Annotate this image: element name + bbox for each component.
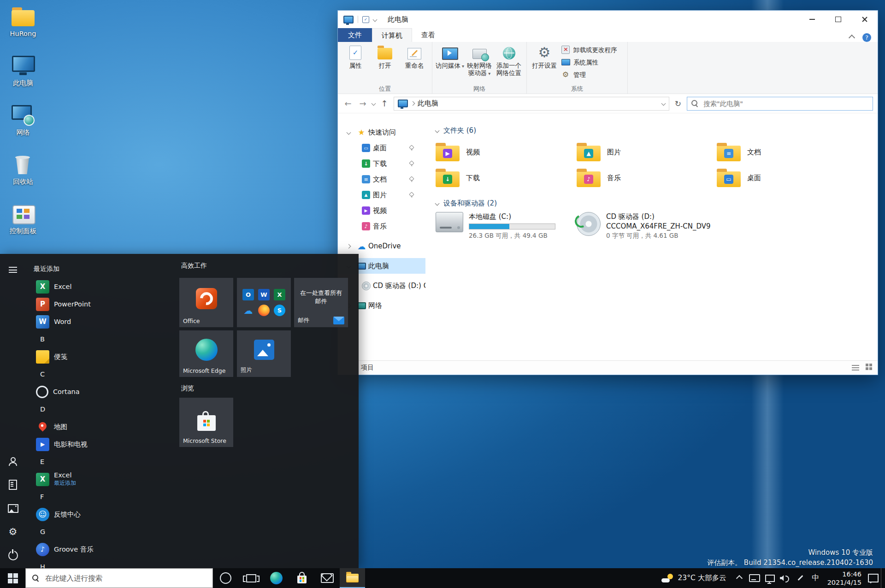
drive-c-item[interactable]: 本地磁盘 (C:) 26.3 GB 可用，共 49.4 GB — [436, 212, 577, 240]
ime-indicator[interactable]: 中 — [808, 568, 823, 588]
tile-photos[interactable]: 照片 — [237, 330, 291, 377]
ribbon-button[interactable]: 系统属性 — [559, 56, 625, 68]
start-app-item[interactable]: F — [27, 488, 178, 506]
breadcrumb-chevron-icon[interactable] — [411, 101, 415, 106]
address-dropdown-icon[interactable] — [661, 101, 666, 106]
store-taskbar-button[interactable] — [289, 568, 314, 588]
desktop-icon[interactable]: 回收站 — [2, 153, 44, 197]
title-bar[interactable]: 此电脑 — [338, 11, 878, 28]
edge-taskbar-button[interactable] — [264, 568, 289, 588]
forward-button[interactable]: → — [357, 99, 368, 108]
clock[interactable]: 16:46 2021/4/15 — [823, 570, 866, 587]
thumbnail-view-icon[interactable] — [866, 364, 868, 366]
sidebar-item[interactable]: 文档 — [338, 171, 425, 187]
folders-section-header[interactable]: 文件夹 (6) — [436, 125, 869, 135]
sidebar-item[interactable]: 音乐 — [338, 218, 425, 234]
start-app-item[interactable]: Cortana — [27, 383, 178, 400]
ribbon-button[interactable]: 添加一个网络位置 — [494, 43, 524, 83]
tile-app-group[interactable] — [237, 278, 291, 327]
tile-group-header[interactable]: 高效工作 — [181, 262, 207, 270]
desktop-icon[interactable]: 此电脑 — [2, 55, 44, 98]
folder-item[interactable]: 图片 — [577, 139, 717, 165]
desktop-icon[interactable]: HuRong — [2, 6, 44, 49]
ribbon-button[interactable]: 管理 — [559, 68, 625, 81]
collapse-section-icon[interactable] — [435, 201, 440, 206]
settings-button[interactable] — [2, 521, 24, 543]
task-view-button[interactable] — [238, 568, 264, 588]
tab-file[interactable]: 文件 — [338, 28, 372, 42]
folder-item[interactable]: 音乐 — [577, 165, 717, 191]
start-app-item[interactable]: Groove 音乐 — [27, 541, 178, 558]
cortana-button[interactable] — [213, 568, 238, 588]
explorer-search-input[interactable] — [702, 100, 868, 108]
start-button[interactable] — [0, 568, 25, 588]
sidebar-item[interactable]: 图片 — [338, 187, 425, 203]
ribbon-button[interactable]: 打开设置 — [530, 43, 559, 83]
start-app-item[interactable]: 电影和电视 — [27, 435, 178, 453]
sidebar-item[interactable]: 桌面 — [338, 140, 425, 156]
network-button[interactable] — [762, 568, 778, 588]
start-app-item[interactable]: D — [27, 400, 178, 418]
minimize-button[interactable] — [799, 11, 825, 28]
user-button[interactable] — [2, 450, 24, 472]
weather-widget[interactable]: 23°C 大部多云 — [656, 573, 732, 583]
start-app-item[interactable]: Excel 最近添加 — [27, 470, 178, 488]
tile-group-header[interactable]: 浏览 — [181, 384, 194, 393]
tile-edge[interactable]: Microsoft Edge — [179, 330, 233, 377]
sidebar-item-quick-access[interactable]: 快速访问 — [338, 124, 425, 140]
explorer-search-box[interactable] — [687, 97, 873, 111]
ribbon-button[interactable]: 重命名 — [400, 43, 429, 83]
tab-view[interactable]: 查看 — [412, 28, 444, 42]
desktop-icon[interactable]: 网络 — [2, 104, 44, 147]
qat-properties-icon[interactable] — [362, 16, 369, 23]
tab-computer[interactable]: 计算机 — [372, 28, 412, 42]
tile-mail[interactable]: 在一处查看所有邮件 邮件 — [294, 278, 348, 327]
recent-locations-icon[interactable] — [372, 101, 376, 106]
sidebar-item[interactable]: 视频 — [338, 203, 425, 218]
folder-item[interactable]: 文档 — [717, 139, 869, 165]
ribbon-button[interactable]: 映射网络驱动器 — [465, 43, 494, 83]
action-center-button[interactable] — [866, 568, 881, 588]
collapse-section-icon[interactable] — [435, 128, 440, 133]
help-icon[interactable]: ? — [862, 33, 871, 42]
hidden-icons-button[interactable] — [732, 568, 747, 588]
start-app-item[interactable]: H — [27, 558, 178, 568]
start-app-item[interactable]: 地图 — [27, 418, 178, 435]
breadcrumb[interactable]: 此电脑 — [418, 99, 438, 108]
mail-taskbar-button[interactable] — [314, 568, 340, 588]
start-app-item[interactable]: G — [27, 523, 178, 541]
up-button[interactable]: ↑ — [379, 99, 390, 108]
refresh-icon[interactable]: ↻ — [673, 99, 683, 108]
volume-button[interactable] — [778, 568, 793, 588]
start-app-item[interactable]: PowerPoint — [27, 295, 178, 313]
ribbon-button[interactable]: 属性 — [341, 43, 370, 83]
drive-d-item[interactable]: CD 驱动器 (D:) CCCOMA_X64FRE_ZH-CN_DV9 0 字节… — [577, 212, 869, 240]
pictures-button[interactable] — [2, 497, 24, 519]
ribbon-button[interactable]: 访问媒体 — [435, 43, 465, 83]
folder-item[interactable]: 下载 — [436, 165, 577, 191]
ribbon-button[interactable]: 卸载或更改程序 — [559, 43, 625, 56]
touch-keyboard-button[interactable] — [747, 568, 762, 588]
collapse-ribbon-icon[interactable] — [849, 34, 855, 41]
sidebar-item[interactable]: 下载 — [338, 156, 425, 171]
ribbon-button[interactable]: 打开 — [370, 43, 400, 83]
folder-item[interactable]: 桌面 — [717, 165, 869, 191]
start-app-item[interactable]: 反馈中心 — [27, 506, 178, 523]
start-app-item[interactable]: Excel — [27, 278, 178, 295]
qat-customize-icon[interactable] — [373, 17, 378, 22]
taskbar-search-input[interactable] — [44, 574, 212, 583]
desktop-icon[interactable]: 控制面板 — [2, 203, 44, 246]
start-app-item[interactable]: 便笺 — [27, 348, 178, 365]
expand-menu-button[interactable] — [2, 259, 24, 281]
address-bar[interactable]: 此电脑 — [394, 97, 669, 111]
chevron-down-icon[interactable] — [347, 130, 351, 135]
start-app-item[interactable]: C — [27, 365, 178, 383]
explorer-taskbar-button[interactable] — [340, 568, 365, 588]
tile-office[interactable]: Office — [179, 278, 233, 327]
maximize-button[interactable] — [825, 11, 851, 28]
start-app-item[interactable]: E — [27, 453, 178, 470]
chevron-right-icon[interactable] — [347, 244, 351, 248]
documents-button[interactable] — [2, 474, 24, 496]
folder-item[interactable]: 视频 — [436, 139, 577, 165]
power-button[interactable] — [2, 544, 24, 566]
